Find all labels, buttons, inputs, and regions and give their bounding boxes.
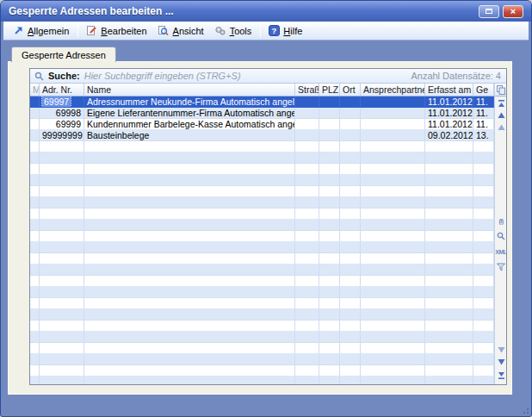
table-row[interactable]: [30, 231, 494, 242]
scroll-down-alt-button[interactable]: [496, 345, 506, 355]
column-header-erfasst[interactable]: Erfasst am: [425, 84, 473, 96]
close-button[interactable]: ×: [503, 5, 523, 18]
data-grid: MAdr. Nr.NameStraßePLZOrtAnsprechpartner…: [30, 84, 494, 384]
table-row[interactable]: [30, 220, 494, 231]
record-count: Anzahl Datensätze: 4: [411, 71, 501, 81]
table-row[interactable]: [30, 298, 494, 309]
filter-button[interactable]: [496, 262, 506, 272]
table-row[interactable]: 69998Eigene Lieferantennummer-Firma Auto…: [30, 108, 494, 119]
column-header-ansprechpartner[interactable]: Ansprechpartner: [361, 84, 425, 96]
table-row[interactable]: [30, 265, 494, 276]
table-row[interactable]: [30, 175, 494, 186]
column-header-ge[interactable]: Ge: [473, 84, 494, 96]
scroll-to-bottom-button[interactable]: [496, 370, 506, 380]
scroll-to-top-button[interactable]: [496, 98, 506, 109]
cell-name: [84, 220, 295, 230]
column-header-plz[interactable]: PLZ: [319, 84, 340, 96]
column-header-adr[interactable]: Adr. Nr.: [40, 84, 84, 96]
cell-ge: [473, 343, 494, 353]
cell-name: [84, 365, 295, 376]
table-row[interactable]: [30, 276, 494, 287]
cell-erfasst: [425, 309, 473, 320]
cell-strasse: [295, 309, 319, 320]
table-row[interactable]: [30, 152, 494, 164]
cell-adr: [40, 377, 84, 384]
cell-erfasst: [425, 253, 473, 264]
menu-item-label: Tools: [230, 26, 252, 36]
cell-plz: [319, 108, 340, 118]
cell-plz: [319, 253, 340, 264]
table-row[interactable]: 69999Kundennummer Barbelege-Kasse Automa…: [30, 119, 494, 130]
brackets-button[interactable]: (I): [496, 215, 506, 226]
cell-plz: [319, 119, 340, 129]
cell-ansprechpartner: [361, 130, 425, 140]
table-row[interactable]: 99999999Bausteinbelege09.02.201213.: [30, 130, 494, 141]
table-row[interactable]: [30, 253, 494, 265]
cell-strasse: [295, 220, 319, 230]
cell-ge: [473, 220, 494, 230]
menu-item-tools[interactable]: Tools: [210, 23, 258, 39]
scroll-up-button[interactable]: [496, 110, 506, 121]
cell-name: [84, 276, 295, 286]
table-header: MAdr. Nr.NameStraßePLZOrtAnsprechpartner…: [30, 84, 494, 96]
menu-item-allgemein[interactable]: Allgemein: [8, 23, 75, 39]
menu-item-label: Allgemein: [28, 26, 69, 36]
cell-m: [30, 208, 40, 219]
column-header-name[interactable]: Name: [84, 84, 295, 96]
table-row[interactable]: [30, 343, 494, 354]
menu-item-hilfe[interactable]: ?Hilfe: [263, 23, 308, 39]
titlebar[interactable]: Gesperrte Adressen bearbeiten ... ×: [1, 1, 531, 22]
cell-m: [30, 130, 40, 140]
cell-m: [30, 197, 40, 208]
table-row[interactable]: [30, 365, 494, 377]
column-header-ort[interactable]: Ort: [340, 84, 361, 96]
cell-strasse: [295, 343, 319, 353]
cell-m: [30, 231, 40, 241]
table-row[interactable]: [30, 287, 494, 298]
cell-ge: [473, 141, 494, 152]
grid-search-button[interactable]: [496, 231, 506, 241]
cell-ansprechpartner: [361, 332, 425, 342]
table-row[interactable]: [30, 208, 494, 220]
cell-plz: [319, 365, 340, 376]
search-bar[interactable]: Suche: Hier Suchbegriff eingeben (STRG+S…: [30, 69, 506, 84]
table-row[interactable]: 69997Adressnummer Neukunde-Firma Automat…: [30, 96, 494, 108]
xml-export-button[interactable]: XML: [496, 246, 506, 257]
cell-adr: 69998: [40, 108, 84, 118]
table-row[interactable]: [30, 321, 494, 332]
column-header-m[interactable]: M: [30, 84, 40, 96]
scroll-down-button[interactable]: [496, 357, 506, 367]
cell-ansprechpartner: [361, 208, 425, 219]
cell-plz: [319, 152, 340, 163]
column-options-button[interactable]: [495, 84, 506, 96]
cell-ort: [340, 242, 361, 252]
table-row[interactable]: [30, 242, 494, 253]
table-row[interactable]: [30, 309, 494, 321]
tab-gesperrte-adressen[interactable]: Gesperrte Adressen: [11, 47, 116, 62]
table-row[interactable]: [30, 354, 494, 365]
menu-item-ansicht[interactable]: Ansicht: [153, 23, 210, 39]
cell-erfasst: [425, 197, 473, 208]
cell-ansprechpartner: [361, 141, 425, 152]
cell-m: [30, 253, 40, 264]
cell-ge: [473, 231, 494, 241]
xml-icon: XML: [495, 249, 506, 255]
column-header-strasse[interactable]: Straße: [295, 84, 319, 96]
table-row[interactable]: [30, 377, 494, 384]
cell-erfasst: [425, 276, 473, 286]
search-input[interactable]: Hier Suchbegriff eingeben (STRG+S): [84, 71, 241, 81]
cell-ort: [340, 231, 361, 241]
resize-grip[interactable]: [520, 405, 529, 414]
cell-adr: [40, 265, 84, 275]
cell-ansprechpartner: [361, 265, 425, 275]
cell-ort: [340, 220, 361, 230]
table-row[interactable]: [30, 186, 494, 197]
restore-window-button[interactable]: [479, 5, 499, 18]
table-row[interactable]: [30, 164, 494, 175]
scroll-up-alt-button[interactable]: [496, 122, 506, 133]
table-row[interactable]: [30, 197, 494, 208]
menu-item-bearbeiten[interactable]: Bearbeiten: [81, 23, 152, 39]
table-row[interactable]: [30, 332, 494, 343]
cell-strasse: [295, 321, 319, 331]
table-row[interactable]: [30, 141, 494, 152]
